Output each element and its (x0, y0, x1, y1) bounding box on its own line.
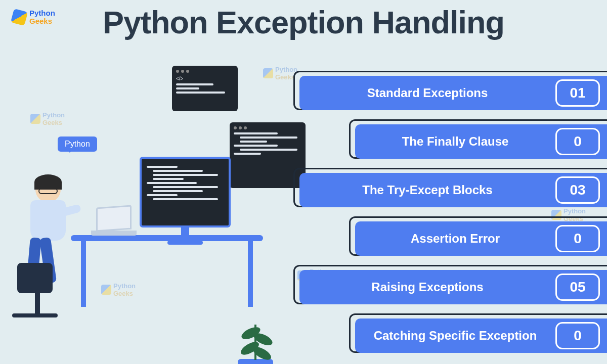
topic-label: Catching Specific Exception (355, 329, 555, 342)
topic-label: The Finally Clause (355, 135, 555, 148)
chair-icon (17, 263, 58, 317)
topic-number: 03 (555, 176, 600, 204)
topic-number: 0 (555, 322, 600, 349)
topic-item: The Try-Except Blocks 03 (293, 168, 607, 213)
plant-icon (238, 359, 273, 364)
topic-item: The Finally Clause 0 (349, 119, 607, 165)
topic-item: Raising Exceptions 05 (293, 265, 607, 310)
topic-number: 0 (555, 225, 600, 252)
topic-label: The Try-Except Blocks (299, 184, 555, 197)
topic-item: Assertion Error 0 (349, 216, 607, 262)
topic-number: 05 (555, 274, 600, 301)
watermark-icon (263, 68, 273, 78)
page-title: Python Exception Handling (0, 4, 607, 40)
topic-number: 0 (555, 128, 600, 155)
topic-list: Standard Exceptions 01 The Finally Claus… (293, 71, 607, 362)
topic-label: Standard Exceptions (299, 86, 555, 100)
topic-label: Assertion Error (355, 232, 555, 245)
illustration-scene: Python </> (20, 116, 283, 349)
code-window-icon: </> (172, 66, 238, 111)
watermark: PythonGeeks (263, 66, 297, 81)
topic-item: Standard Exceptions 01 (293, 71, 607, 116)
laptop-icon (96, 206, 137, 236)
topic-label: Raising Exceptions (299, 281, 555, 294)
topic-number: 01 (555, 79, 600, 107)
topic-item: Catching Specific Exception 0 (349, 313, 607, 359)
monitor-icon (140, 157, 231, 245)
speech-bubble: Python (58, 136, 97, 152)
person-icon (35, 177, 66, 241)
desk-icon (71, 235, 263, 241)
